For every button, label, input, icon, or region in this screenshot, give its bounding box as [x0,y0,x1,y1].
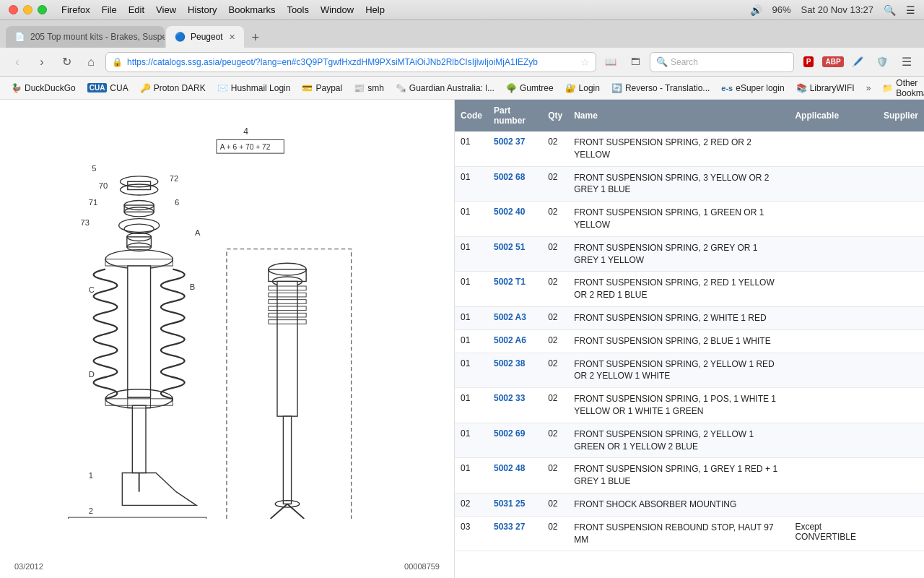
bookmark-star-icon[interactable]: ☆ [580,56,590,68]
extension-icon-1[interactable]: 🖊️ [847,52,868,72]
menu-history[interactable]: History [188,4,217,15]
table-row[interactable]: 01 5002 A6 02 FRONT SUSPENSION SPRING, 2… [455,329,924,353]
extension-icon-2[interactable]: 🛡️ [872,52,892,72]
svg-text:72: 72 [170,174,178,183]
guardian-icon: 🗞️ [396,83,406,93]
parts-panel[interactable]: Code Part number Qty Name Applicable Sup… [455,100,924,578]
reader-view-button[interactable]: 📖 [601,52,621,72]
library-label: LibraryWIFI [810,83,855,93]
cell-part-number[interactable]: 5002 A6 [488,329,542,353]
table-row[interactable]: 01 5002 69 02 FRONT SUSPENSION SPRING, 2… [455,423,924,458]
bookmark-smh[interactable]: 📰 smh [349,81,389,95]
cell-part-number[interactable]: 5033 27 [488,516,542,551]
svg-text:2: 2 [89,506,93,515]
svg-text:71: 71 [89,198,97,207]
bookmark-proton[interactable]: 🔑 Proton DARK [135,81,211,95]
menu-file[interactable]: File [102,4,117,15]
menu-edit[interactable]: Edit [128,4,144,15]
hushmail-label: Hushmail Login [231,83,291,93]
bookmark-duckduckgo[interactable]: 🦆 DuckDuckGo [6,81,81,95]
bookmarks-more-button[interactable]: » [861,81,876,95]
cell-name: FRONT SUSPENSION SPRING, 2 RED 1 YELLOW … [568,272,789,307]
table-row[interactable]: 01 5002 40 02 FRONT SUSPENSION SPRING, 1… [455,202,924,237]
bookmark-paypal[interactable]: 💳 Paypal [297,81,347,95]
bookmark-hushmail[interactable]: ✉️ Hushmail Login [212,81,296,95]
cell-part-number[interactable]: 5002 33 [488,388,542,423]
cell-part-number[interactable]: 5002 68 [488,166,542,202]
cell-part-number[interactable]: 5002 A3 [488,306,542,329]
svg-text:A: A [195,228,201,237]
cell-part-number[interactable]: 5031 25 [488,493,542,516]
cell-applicable [789,329,878,353]
cell-code: 01 [455,272,488,307]
menu-view[interactable]: View [156,4,176,15]
new-tab-button[interactable]: + [245,27,266,48]
cell-qty: 02 [542,306,568,329]
cell-part-number[interactable]: 5002 T1 [488,272,542,307]
cell-supplier [878,516,924,551]
svg-rect-25 [128,266,151,397]
close-button[interactable] [9,5,18,14]
cell-applicable [789,306,878,329]
tab-bar: 📄 205 Top mount kits - Brakes, Suspe... … [0,20,924,48]
cell-part-number[interactable]: 5002 69 [488,423,542,458]
reload-button[interactable]: ↻ [56,52,77,72]
table-row[interactable]: 02 5031 25 02 FRONT SHOCK ABSORBER MOUNT… [455,493,924,516]
search-box[interactable]: 🔍 Search [650,52,794,72]
table-row[interactable]: 01 5002 38 02 FRONT SUSPENSION SPRING, 2… [455,353,924,388]
menu-tools[interactable]: Tools [287,4,309,15]
bookmark-cua[interactable]: CUA CUA [82,81,134,95]
other-bookmarks[interactable]: 📁 Other Bookmarks [877,77,924,100]
bookmark-reverso[interactable]: 🔄 Reverso - Translatio... [606,81,715,95]
cell-qty: 02 [542,388,568,423]
tab-1[interactable]: 📄 205 Top mount kits - Brakes, Suspe... … [6,26,165,48]
tab-2[interactable]: 🔵 Peugeot ✕ [166,26,244,48]
table-row[interactable]: 01 5002 68 02 FRONT SUSPENSION SPRING, 3… [455,166,924,202]
smh-icon: 📰 [354,83,365,93]
table-row[interactable]: 01 5002 37 02 FRONT SUSPENSION SPRING, 2… [455,131,924,166]
menu-icon[interactable]: ☰ [906,4,915,16]
search-menu-icon[interactable]: 🔍 [884,4,896,16]
table-row[interactable]: 01 5002 T1 02 FRONT SUSPENSION SPRING, 2… [455,272,924,307]
minimize-button[interactable] [23,5,32,14]
forward-button[interactable]: › [32,52,52,72]
home-button[interactable]: ⌂ [81,52,101,72]
cell-qty: 02 [542,423,568,458]
cell-part-number[interactable]: 5002 37 [488,131,542,166]
table-row[interactable]: 01 5002 51 02 FRONT SUSPENSION SPRING, 2… [455,236,924,272]
cell-part-number[interactable]: 5002 40 [488,202,542,237]
cell-part-number[interactable]: 5002 51 [488,236,542,272]
cell-code: 01 [455,329,488,353]
container-button[interactable]: 🗔 [625,52,645,72]
menu-window[interactable]: Window [321,4,354,15]
table-row[interactable]: 01 5002 33 02 FRONT SUSPENSION SPRING, 1… [455,388,924,423]
menu-button[interactable]: ☰ [897,52,917,72]
cell-applicable [789,353,878,388]
menu-bookmarks[interactable]: Bookmarks [229,4,276,15]
col-qty: Qty [542,100,568,131]
svg-text:C: C [89,285,95,294]
tab-2-close[interactable]: ✕ [229,33,235,42]
bookmark-library[interactable]: 📚 LibraryWIFI [791,81,860,95]
tab-1-label: 205 Top mount kits - Brakes, Suspe... [30,32,165,42]
table-row[interactable]: 01 5002 48 02 FRONT SUSPENSION SPRING, 1… [455,458,924,493]
adblock-icon[interactable]: ABP [823,52,843,72]
library-icon: 📚 [796,83,807,93]
pocket-icon[interactable]: P [798,52,819,72]
menu-firefox[interactable]: Firefox [61,4,90,15]
maximize-button[interactable] [38,5,47,14]
cell-qty: 02 [542,202,568,237]
bookmark-esuper[interactable]: e-s eSuper login [716,81,789,95]
address-bar[interactable]: 🔒 https://catalogs.ssg.asia/peugeot/?lan… [105,52,596,72]
bookmark-gumtree[interactable]: 🌳 Gumtree [501,81,559,95]
table-row[interactable]: 03 5033 27 02 FRONT SUSPENSION REBOUND S… [455,516,924,551]
bookmark-guardian[interactable]: 🗞️ Guardian Australia: l... [391,81,500,95]
cell-part-number[interactable]: 5002 48 [488,458,542,493]
table-row[interactable]: 01 5002 A3 02 FRONT SUSPENSION SPRING, 2… [455,306,924,329]
menu-help[interactable]: Help [365,4,385,15]
hushmail-icon: ✉️ [217,83,228,93]
tab-2-favicon: 🔵 [175,32,185,42]
bookmark-login[interactable]: 🔐 Login [560,81,605,95]
back-button[interactable]: ‹ [7,52,27,72]
cell-part-number[interactable]: 5002 38 [488,353,542,388]
